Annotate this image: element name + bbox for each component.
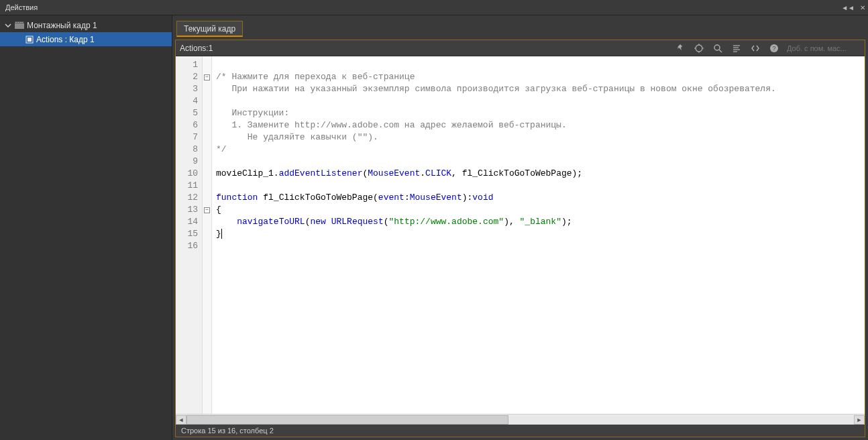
svg-line-14 (719, 50, 722, 52)
svg-rect-0 (15, 23, 24, 29)
svg-point-8 (696, 45, 702, 52)
scene-icon (15, 21, 24, 30)
frame-icon (25, 36, 34, 44)
chevron-down-icon[interactable] (4, 21, 12, 30)
svg-point-3 (17, 21, 19, 23)
editor-content: Текущий кадр Actions:1 (172, 15, 868, 440)
tree-frame-row[interactable]: Actions : Кадр 1 (0, 32, 172, 46)
svg-text:?: ? (772, 45, 775, 52)
fold-strip[interactable]: −− (203, 56, 212, 414)
search-icon[interactable] (712, 42, 724, 54)
tab-current-frame[interactable]: Текущий кадр (176, 21, 243, 37)
code-snippet-icon[interactable] (749, 42, 761, 54)
panel-title: Действия (3, 3, 38, 11)
code-editor[interactable]: 12345678910111213141516 −− /* Нажмите дл… (176, 56, 865, 414)
script-tree: Монтажный кадр 1 Actions : Кадр 1 (0, 15, 172, 46)
horizontal-scrollbar[interactable]: ◄ ► (176, 414, 865, 425)
pin-icon[interactable] (674, 42, 686, 54)
tree-scene-label: Монтажный кадр 1 (27, 21, 97, 30)
svg-point-13 (714, 45, 720, 50)
panel-titlebar: Действия ◄◄ ✕ (0, 0, 868, 15)
tab-label: Текущий кадр (184, 24, 235, 34)
main-area: Монтажный кадр 1 Actions : Кадр 1 Текущи… (0, 15, 868, 440)
panel-controls: ◄◄ ✕ (841, 4, 865, 11)
target-icon[interactable] (693, 42, 705, 54)
code-text[interactable]: /* Нажмите для перехода к веб-странице П… (212, 56, 865, 414)
help-icon[interactable]: ? (768, 42, 780, 54)
scroll-thumb[interactable] (186, 415, 508, 425)
svg-point-2 (15, 21, 17, 23)
wizard-search-input[interactable]: Доб. с пом. мас... (787, 44, 861, 52)
status-bar: Строка 15 из 16, столбец 2 (176, 425, 865, 437)
collapse-icon[interactable]: ◄◄ (841, 4, 855, 11)
script-tree-sidebar: Монтажный кадр 1 Actions : Кадр 1 (0, 15, 172, 440)
svg-point-5 (21, 21, 23, 23)
svg-point-4 (19, 21, 21, 23)
tree-scene-row[interactable]: Монтажный кадр 1 (0, 18, 172, 32)
editor-toolbar: ? Доб. с пом. мас... (674, 42, 861, 54)
editor-frame: Actions:1 (175, 40, 865, 437)
editor-path: Actions:1 (180, 44, 213, 53)
line-number-gutter: 12345678910111213141516 (176, 56, 203, 414)
cursor-position: Строка 15 из 16, столбец 2 (181, 427, 274, 435)
tree-frame-label: Actions : Кадр 1 (36, 35, 95, 44)
svg-rect-7 (28, 38, 32, 42)
editor-header: Actions:1 (176, 40, 865, 56)
scroll-left-arrow[interactable]: ◄ (176, 415, 186, 425)
close-icon[interactable]: ✕ (860, 4, 865, 11)
scroll-track[interactable] (186, 415, 854, 425)
format-icon[interactable] (730, 42, 743, 54)
scroll-right-arrow[interactable]: ► (854, 415, 865, 425)
tab-bar: Текущий кадр (172, 15, 868, 37)
